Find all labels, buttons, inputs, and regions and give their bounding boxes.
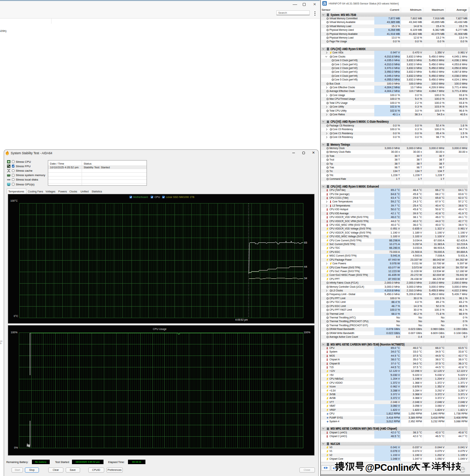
svg-text:@PConline: @PConline	[365, 462, 414, 473]
